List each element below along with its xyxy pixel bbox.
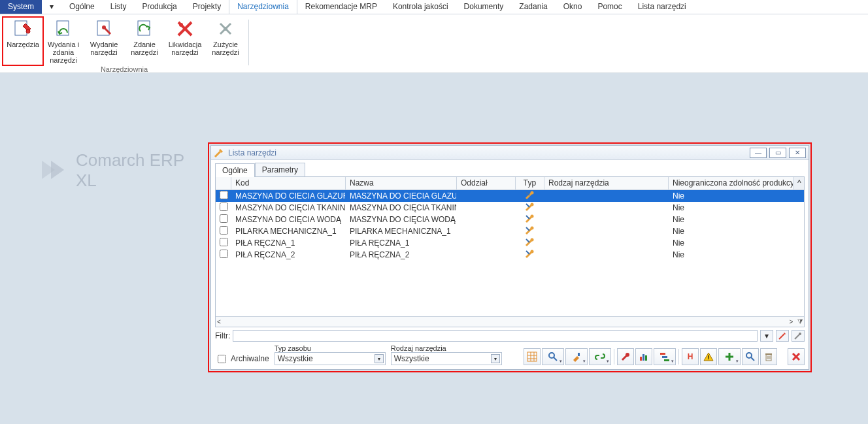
col-scroll-header: ^: [793, 177, 804, 189]
menu-zadania[interactable]: Zadania: [511, 0, 555, 14]
table-row[interactable]: MASZYNA DO CIĘCIA WODĄMASZYNA DO CIĘCIA …: [216, 214, 804, 225]
menu-produkcja[interactable]: Produkcja: [134, 0, 184, 14]
tb-delete-button[interactable]: [760, 348, 777, 365]
table-row[interactable]: MASZYNA DO CIĘCIA TKANINMASZYNA DO CIĘCI…: [216, 202, 804, 214]
col-nieograniczona[interactable]: Nieograniczona zdolność produkcyjna: [669, 177, 793, 189]
ribbon-label: Likwidacja narzędzi: [166, 41, 204, 56]
row-checkbox[interactable]: [216, 203, 231, 213]
tb-warning-button[interactable]: !: [700, 348, 717, 365]
close-button[interactable]: ✕: [789, 148, 806, 158]
titlebar[interactable]: Lista narzędzi — ▭ ✕: [211, 146, 809, 160]
rodzaj-narzedzia-select[interactable]: Wszystkie ▾: [391, 352, 502, 365]
menu-system[interactable]: System: [0, 0, 42, 14]
menu-listy[interactable]: Listy: [103, 0, 135, 14]
row-checkbox[interactable]: [216, 226, 231, 236]
table-row[interactable]: MASZYNA DO CIECIA GLAZURYMASZYNA DO CIEC…: [216, 190, 804, 202]
maximize-button[interactable]: ▭: [769, 148, 786, 158]
ribbon-wydanie[interactable]: Wydanie narzędzi: [84, 17, 124, 65]
svg-point-4: [102, 25, 106, 29]
grid-icon: [527, 351, 537, 362]
tb-paint-button[interactable]: [565, 348, 588, 365]
filter-dropdown-button[interactable]: ▾: [760, 330, 773, 342]
row-checkbox[interactable]: [216, 214, 231, 225]
ribbon-label: Zużycie narzędzi: [207, 41, 244, 56]
table-row[interactable]: PILARKA MECHANICZNA_1PILARKA MECHANICZNA…: [216, 225, 804, 237]
menu-ogolne[interactable]: Ogólne: [61, 0, 103, 14]
menu-projekty[interactable]: Projekty: [185, 0, 229, 14]
clear-filter-icon: [794, 332, 802, 340]
svg-rect-25: [643, 354, 644, 361]
svg-point-11: [530, 226, 533, 229]
cell-nieograniczona: Nie: [669, 191, 804, 201]
tb-close-button[interactable]: [788, 348, 805, 365]
col-rodzaj[interactable]: Rodzaj narzędzia: [544, 177, 669, 189]
tb-search-button[interactable]: [542, 348, 564, 365]
col-typ[interactable]: Typ: [516, 177, 544, 189]
scroll-left-icon[interactable]: <: [217, 318, 221, 325]
tool-type-icon: [525, 203, 535, 212]
row-checkbox[interactable]: [216, 250, 231, 260]
svg-point-20: [549, 353, 554, 358]
tb-history-button[interactable]: H: [682, 348, 699, 365]
menu-lista-narzedzi[interactable]: Lista narzędzi: [630, 0, 694, 14]
ribbon-group-narzedziownia: Narzędzia Wydania i zdania narzędzi Wyda…: [3, 17, 246, 73]
link-icon: [595, 351, 605, 362]
watermark: Comarch ERP XL: [39, 150, 184, 191]
tb-grid-button[interactable]: [524, 348, 541, 365]
table-row[interactable]: PIŁA RĘCZNA_1PIŁA RĘCZNA_1Nie: [216, 237, 804, 249]
tb-tools-button[interactable]: [617, 348, 634, 365]
col-nazwa[interactable]: Nazwa: [346, 177, 457, 189]
cell-kod: PIŁA RĘCZNA_2: [231, 250, 346, 259]
col-oddzial[interactable]: Oddział: [457, 177, 516, 189]
row-checkbox[interactable]: [216, 191, 231, 201]
menu-okno[interactable]: Okno: [556, 0, 590, 14]
filter-input[interactable]: [233, 330, 758, 342]
tb-link-button[interactable]: [589, 348, 611, 365]
tb-view-button[interactable]: [742, 348, 759, 365]
svg-rect-29: [664, 359, 669, 361]
grid: Kod Nazwa Oddział Typ Rodzaj narzędzia N…: [215, 176, 805, 327]
ribbon-likwidacja[interactable]: Likwidacja narzędzi: [165, 17, 205, 65]
ribbon-zdanie[interactable]: Zdanie narzędzi: [124, 17, 165, 65]
menu-dokumenty[interactable]: Dokumenty: [456, 0, 512, 14]
svg-point-7: [224, 27, 227, 31]
col-kod[interactable]: Kod: [231, 177, 346, 189]
typ-zasobu-label: Typ zasobu: [275, 344, 386, 352]
cell-typ: [516, 191, 544, 202]
typ-zasobu-select[interactable]: Wszystkie ▾: [275, 352, 386, 365]
tool-type-icon: [525, 238, 535, 247]
cell-kod: MASZYNA DO CIECIA GLAZURY: [231, 191, 346, 201]
h-icon: H: [688, 352, 693, 361]
minimize-button[interactable]: —: [750, 148, 767, 158]
menu-rekomendacje-mrp[interactable]: Rekomendacje MRP: [297, 0, 385, 14]
cell-nieograniczona: Nie: [669, 227, 804, 236]
cell-nieograniczona: Nie: [669, 215, 804, 224]
tab-ogolne[interactable]: Ogólne: [215, 163, 255, 177]
scroll-right-icon[interactable]: >: [789, 318, 793, 325]
ribbon-narzedzia[interactable]: Narzędzia: [3, 17, 43, 65]
menu-pomoc[interactable]: Pomoc: [590, 0, 629, 14]
tb-gantt-button[interactable]: [654, 348, 676, 365]
cell-nieograniczona: Nie: [669, 238, 804, 248]
tool-type-icon: [525, 250, 535, 259]
archiwalne-checkbox[interactable]: [218, 355, 226, 363]
col-checkbox[interactable]: [216, 177, 231, 189]
tab-parametry[interactable]: Parametry: [255, 163, 305, 176]
svg-rect-22: [578, 353, 580, 356]
tb-chart-button[interactable]: [635, 348, 652, 365]
filter-edit-button[interactable]: [776, 330, 789, 342]
tb-add-button[interactable]: [718, 348, 741, 365]
menu-kontrola-jakosci[interactable]: Kontrola jakości: [385, 0, 456, 14]
ribbon-wydania-zdania[interactable]: Wydania i zdania narzędzi: [43, 17, 84, 65]
wrench-icon: [620, 351, 631, 362]
funnel-icon[interactable]: ⧩: [797, 318, 803, 325]
ribbon-zuzycie[interactable]: Zużycie narzędzi: [205, 17, 246, 65]
table-row[interactable]: PIŁA RĘCZNA_2PIŁA RĘCZNA_2Nie: [216, 249, 804, 261]
menu-dropdown-toggle[interactable]: ▾: [42, 0, 61, 14]
grid-footer: < > ⧩: [216, 316, 804, 327]
archiwalne-label: Archiwalne: [231, 354, 269, 363]
grid-body[interactable]: MASZYNA DO CIECIA GLAZURYMASZYNA DO CIEC…: [216, 190, 804, 316]
menu-narzedziownia[interactable]: Narzędziownia: [229, 0, 297, 14]
filter-clear-button[interactable]: [792, 330, 805, 342]
row-checkbox[interactable]: [216, 238, 231, 248]
